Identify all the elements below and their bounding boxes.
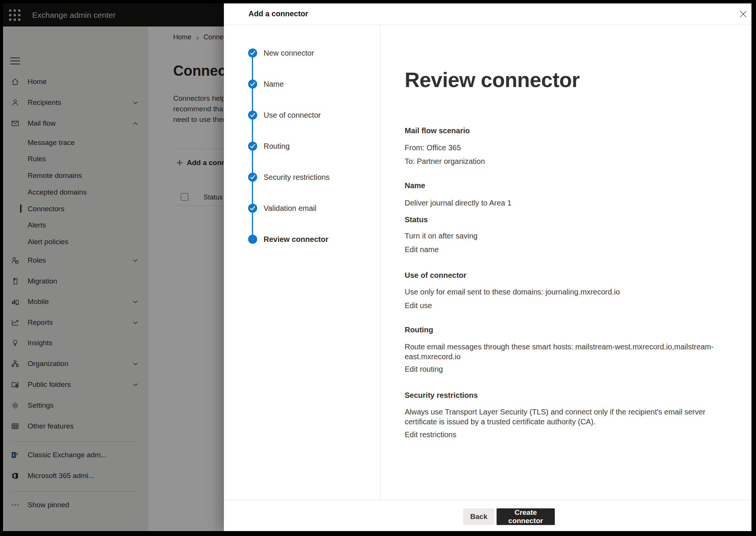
step-label: Use of connector (264, 111, 321, 120)
step-completed-icon (248, 79, 257, 89)
step-completed-icon (248, 173, 257, 182)
dialog-footer-divider (224, 500, 751, 500)
wizard-step-name[interactable]: Name (224, 79, 380, 89)
step-completed-icon (248, 111, 257, 120)
back-button[interactable]: Back (463, 508, 494, 525)
step-label: Name (264, 80, 284, 89)
step-current-icon (248, 235, 257, 244)
step-completed-icon (248, 142, 257, 151)
name-heading: Name (405, 181, 425, 190)
wizard-panel-divider (380, 25, 380, 500)
name-value: Deliver journal directly to Area 1 (405, 199, 511, 207)
dialog-title: Add a connector (248, 9, 308, 18)
routing-heading: Routing (405, 326, 433, 334)
wizard-step-review-connector[interactable]: Review connector (224, 235, 380, 244)
security-restrictions-heading: Security restrictions (405, 391, 478, 400)
review-title: Review connector (405, 68, 580, 92)
edit-routing-link[interactable]: Edit routing (405, 365, 443, 374)
screenshot-frame: Exchange admin center Home Recipients Ma… (0, 0, 756, 536)
status-heading: Status (405, 215, 428, 224)
mail-flow-from: From: Office 365 (405, 143, 461, 152)
wizard-step-use-of-connector[interactable]: Use of connector (224, 111, 380, 120)
wizard-step-validation-email[interactable]: Validation email (224, 204, 380, 213)
wizard-step-new-connector[interactable]: New connector (224, 48, 380, 58)
step-label: Review connector (264, 235, 328, 244)
mail-flow-scenario-heading: Mail flow scenario (405, 126, 470, 135)
wizard-step-security-restrictions[interactable]: Security restrictions (224, 173, 380, 182)
routing-value: Route email messages through these smart… (405, 342, 730, 361)
wizard-step-routing[interactable]: Routing (224, 142, 380, 151)
step-completed-icon (248, 204, 257, 213)
add-connector-dialog: Add a connector New connector Name Use o… (224, 3, 751, 531)
step-label: Validation email (264, 204, 317, 213)
edit-name-link[interactable]: Edit name (405, 245, 439, 254)
edit-use-link[interactable]: Edit use (405, 301, 432, 310)
status-value: Turn it on after saving (405, 232, 478, 240)
close-icon[interactable] (737, 8, 750, 20)
use-of-connector-value: Use only for email sent to these domains… (405, 288, 620, 296)
security-restrictions-value: Always use Transport Layer Security (TLS… (405, 407, 730, 427)
mail-flow-to: To: Partner organization (405, 157, 485, 166)
step-label: Routing (264, 142, 290, 151)
create-connector-button[interactable]: Create connector (497, 508, 555, 525)
app-window: Exchange admin center Home Recipients Ma… (3, 3, 751, 531)
step-completed-icon (248, 48, 257, 58)
step-label: Security restrictions (264, 173, 330, 182)
edit-restrictions-link[interactable]: Edit restrictions (405, 430, 456, 439)
dialog-header-divider (224, 25, 751, 25)
step-label: New connector (264, 49, 314, 58)
use-of-connector-heading: Use of connector (405, 271, 466, 280)
